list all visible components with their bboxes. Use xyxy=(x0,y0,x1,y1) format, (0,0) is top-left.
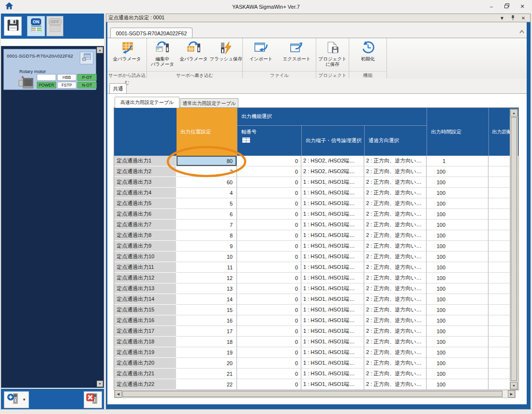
pass-direction-cell[interactable]: 2 : 正方向、逆方向い… xyxy=(364,337,427,347)
output-terminal-cell[interactable]: 1 : HSO1, /HSO1端… xyxy=(301,209,364,220)
output-time-cell[interactable]: 100 xyxy=(427,305,488,315)
write-all-parameters-button[interactable]: 全パラメータ xyxy=(178,40,210,71)
output-position-cell[interactable]: 2 xyxy=(177,166,237,177)
scroll-down-icon[interactable]: ▼ xyxy=(510,382,517,389)
output-position-cell[interactable]: 14 xyxy=(177,294,237,305)
pass-direction-cell[interactable]: 2 : 正方向、逆方向い… xyxy=(364,283,427,294)
axis-number-cell[interactable]: 0 xyxy=(237,283,301,294)
pass-direction-cell[interactable]: 2 : 正方向、逆方向い… xyxy=(364,241,427,251)
axis-number-cell[interactable]: 0 xyxy=(237,198,301,209)
import-button[interactable]: インポート xyxy=(244,40,279,71)
output-position-cell[interactable]: 4 xyxy=(177,188,237,198)
vertical-scroll-thumb[interactable] xyxy=(511,117,517,381)
axis-number-cell[interactable]: 0 xyxy=(237,262,301,273)
output-time-cell[interactable]: 100 xyxy=(427,315,488,326)
axis-number-cell[interactable]: 0 xyxy=(237,209,301,220)
close-button[interactable]: ✕ xyxy=(516,2,529,11)
minimize-button[interactable]: – xyxy=(485,2,498,11)
output-terminal-cell[interactable]: 1 : HSO1, /HSO1端… xyxy=(301,283,364,294)
write-editing-parameters-button[interactable]: 編集中 パラメータ xyxy=(147,40,178,71)
output-time-cell[interactable]: 100 xyxy=(427,273,488,283)
output-time-cell[interactable]: 100 xyxy=(427,369,488,379)
output-time-cell[interactable]: 100 xyxy=(427,209,488,220)
output-position-cell[interactable]: 16 xyxy=(177,315,237,326)
output-terminal-cell[interactable]: 1 : HSO1, /HSO1端… xyxy=(301,315,364,326)
axis-number-cell[interactable]: 0 xyxy=(237,220,301,230)
output-terminal-cell[interactable]: 1 : HSO1, /HSO1端… xyxy=(301,188,364,198)
output-position-cell[interactable]: 60 xyxy=(177,177,237,188)
output-time-cell[interactable]: 100 xyxy=(427,230,488,241)
output-position-cell[interactable]: 13 xyxy=(177,283,237,294)
axis-number-cell[interactable]: 0 xyxy=(237,369,301,379)
device-details-button[interactable] xyxy=(80,52,93,64)
panel-menu-dropdown-icon[interactable]: ▼ xyxy=(499,15,505,21)
add-axis-button[interactable]: ▼ xyxy=(4,391,29,408)
output-time-cell[interactable]: 100 xyxy=(427,220,488,230)
output-terminal-cell[interactable]: 1 : HSO1, /HSO1端… xyxy=(301,347,364,358)
pass-direction-cell[interactable]: 2 : 正方向、逆方向い… xyxy=(364,156,427,166)
output-time-cell[interactable]: 100 xyxy=(427,177,488,188)
pass-direction-cell[interactable]: 2 : 正方向、逆方向い… xyxy=(364,369,427,379)
output-position-cell[interactable]: 8 xyxy=(177,230,237,241)
output-terminal-cell[interactable]: 1 : HSO1, /HSO1端… xyxy=(301,294,364,305)
output-position-cell[interactable]: 80 xyxy=(177,156,237,166)
export-button[interactable]: エクスポート xyxy=(279,40,315,71)
table-horizontal-scrollbar[interactable]: ◀ ▶ xyxy=(114,390,516,398)
add-axis-dropdown-icon[interactable]: ▼ xyxy=(22,398,26,402)
output-position-cell[interactable]: 21 xyxy=(177,369,237,379)
axis-number-cell[interactable]: 0 xyxy=(237,188,301,198)
output-position-cell[interactable]: 7 xyxy=(177,220,237,230)
output-terminal-cell[interactable]: 1 : HSO1, /HSO1端… xyxy=(301,241,364,251)
subtab-highspeed-output-table[interactable]: 高速出力用設定テーブル xyxy=(115,97,179,108)
output-position-cell[interactable]: 10 xyxy=(177,251,237,262)
output-terminal-cell[interactable]: 2 : HSO2, /HSO2端… xyxy=(301,156,364,166)
axis-number-cell[interactable]: 0 xyxy=(237,156,301,166)
pass-direction-cell[interactable]: 2 : 正方向、逆方向い… xyxy=(364,305,427,315)
pass-direction-cell[interactable]: 2 : 正方向、逆方向い… xyxy=(364,188,427,198)
output-time-cell[interactable]: 100 xyxy=(427,326,488,337)
output-position-cell[interactable]: 17 xyxy=(177,326,237,337)
output-terminal-cell[interactable]: 1 : HSO1, /HSO1端… xyxy=(301,230,364,241)
output-time-cell[interactable]: 100 xyxy=(427,294,488,305)
axis-number-cell[interactable]: 0 xyxy=(237,294,301,305)
output-position-cell[interactable]: 22 xyxy=(177,379,237,390)
output-time-cell[interactable]: 100 xyxy=(427,262,488,273)
restore-button[interactable] xyxy=(500,2,514,11)
axis-number-cell[interactable]: 0 xyxy=(237,305,301,315)
disconnect-button[interactable] xyxy=(84,391,102,408)
scroll-left-icon[interactable]: ◀ xyxy=(115,390,122,398)
output-time-cell[interactable]: 100 xyxy=(427,241,488,251)
output-time-cell[interactable]: 1 xyxy=(427,156,488,166)
pass-direction-cell[interactable]: 2 : 正方向、逆方向い… xyxy=(364,251,427,262)
pass-direction-cell[interactable]: 2 : 正方向、逆方向い… xyxy=(364,209,427,220)
output-position-cell[interactable]: 11 xyxy=(177,262,237,273)
output-terminal-cell[interactable]: 1 : HSO1, /HSO1端… xyxy=(301,220,364,230)
output-terminal-cell[interactable]: 1 : HSO1, /HSO1端… xyxy=(301,177,364,188)
device-scroll-up-icon[interactable]: ▲ xyxy=(97,47,103,53)
axis-number-cell[interactable]: 0 xyxy=(237,315,301,326)
output-terminal-cell[interactable]: 1 : HSO1, /HSO1端… xyxy=(301,379,364,390)
output-position-cell[interactable]: 19 xyxy=(177,347,237,358)
horizontal-scroll-thumb[interactable] xyxy=(122,391,502,397)
panel-close-icon[interactable]: ✕ xyxy=(520,15,526,21)
output-position-cell[interactable]: 5 xyxy=(177,198,237,209)
output-position-cell[interactable]: 6 xyxy=(177,209,237,220)
output-terminal-cell[interactable]: 1 : HSO1, /HSO1端… xyxy=(301,262,364,273)
output-terminal-cell[interactable]: 1 : HSO1, /HSO1端… xyxy=(301,305,364,315)
output-terminal-cell[interactable]: 1 : HSO1, /HSO1端… xyxy=(301,337,364,347)
axis-number-cell[interactable]: 0 xyxy=(237,241,301,251)
device-tab[interactable]: 0001-SGD7S-R70A20A022F62 xyxy=(110,28,192,38)
flash-save-button[interactable]: フラッシュ保存 xyxy=(209,40,242,71)
pass-direction-cell[interactable]: 2 : 正方向、逆方向い… xyxy=(364,230,427,241)
axis-number-cell[interactable]: 0 xyxy=(237,177,301,188)
save-button[interactable] xyxy=(4,16,22,36)
output-time-cell[interactable]: 100 xyxy=(427,337,488,347)
output-time-cell[interactable]: 100 xyxy=(427,358,488,369)
output-position-cell[interactable]: 9 xyxy=(177,241,237,251)
pass-direction-cell[interactable]: 2 : 正方向、逆方向い… xyxy=(364,379,427,390)
axis-number-cell[interactable]: 0 xyxy=(237,379,301,390)
output-terminal-cell[interactable]: 1 : HSO1, /HSO1端… xyxy=(301,198,364,209)
device-scroll-down-icon[interactable]: ▼ xyxy=(97,381,103,387)
tab-common[interactable]: 共通 xyxy=(109,83,127,94)
output-time-cell[interactable]: 100 xyxy=(427,251,488,262)
